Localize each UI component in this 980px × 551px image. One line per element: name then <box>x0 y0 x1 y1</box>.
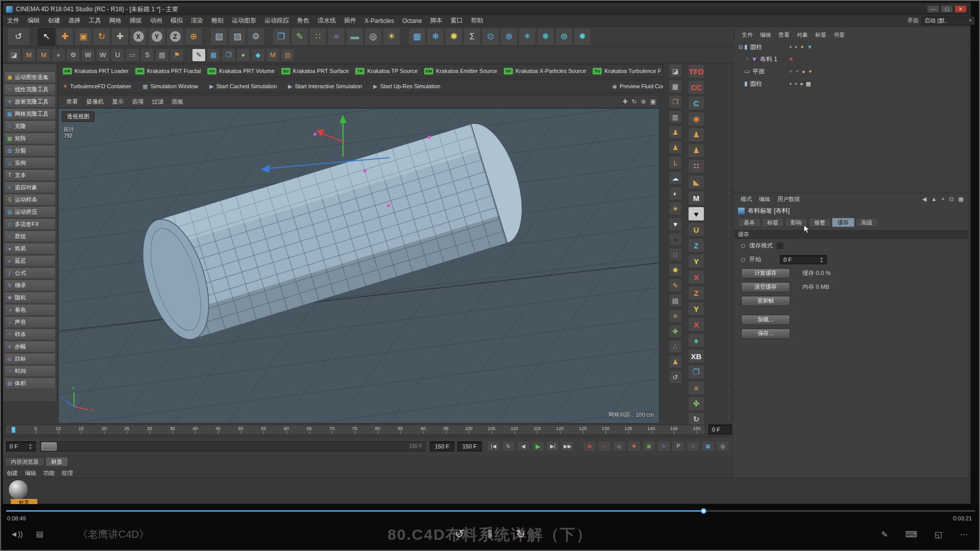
mograph-palette-item[interactable]: ●简易 <box>4 243 56 255</box>
pause-button[interactable]: ‖ <box>482 527 498 542</box>
tab-标签[interactable]: 标签 <box>762 218 784 227</box>
back-icon[interactable]: ◀ <box>922 196 926 203</box>
tab-基本[interactable]: 基本 <box>738 218 761 227</box>
mograph-palette-item[interactable]: △实例 <box>4 157 56 169</box>
screen-icon[interactable]: ▦ <box>207 48 220 62</box>
particle-icon[interactable]: ⊛ <box>500 28 518 45</box>
reset-icon[interactable]: ↺ <box>669 370 682 384</box>
ruler-frame-field[interactable]: 0 F <box>708 424 732 435</box>
viewport[interactable]: XYZ 透视视图 应计 792 网格间距 : 100 cm <box>58 108 659 423</box>
attribute-menu-item[interactable]: 用户数据 <box>774 193 803 205</box>
magic-solo-icon[interactable]: M <box>37 48 51 62</box>
display-panel-icon[interactable]: ▦ <box>408 28 426 45</box>
mograph-palette-item[interactable]: ✱随机 <box>4 292 56 304</box>
tree-plugin-icon[interactable]: ♠ <box>688 333 704 347</box>
magic-orange-icon[interactable]: M <box>266 48 280 62</box>
x-plugin-icon[interactable]: X <box>688 270 704 284</box>
title-bar[interactable]: CINEMA 4D R18.041 Studio (RC - R18) - [未… <box>3 3 970 15</box>
object-manager-menu-item[interactable]: 查看 <box>775 30 793 40</box>
visibility-dot-icon[interactable]: ● <box>789 81 792 86</box>
visibility-dot-icon[interactable]: ✔ <box>789 69 793 74</box>
sphere-green-icon[interactable]: ● <box>236 48 250 62</box>
menubar-item[interactable]: 雕刻 <box>207 15 228 26</box>
tab-高级[interactable]: 高级 <box>855 218 878 227</box>
wood-cube-icon[interactable]: ❒ <box>669 95 682 108</box>
menubar-item[interactable]: X-Particles <box>360 15 398 26</box>
attribute-menu-item[interactable]: 编辑 <box>755 193 774 205</box>
krakatoa-toolbar-item[interactable]: SUKrakatoa PRT Surface <box>281 68 349 74</box>
search-icon[interactable]: ⌖ <box>941 196 944 203</box>
mograph-palette-item[interactable]: ♪声音 <box>4 316 56 328</box>
krakatoa-toolbar-item[interactable]: EMKrakatoa Emitter Source <box>424 68 497 74</box>
menubar-item[interactable]: 捕捉 <box>126 15 146 26</box>
keyframe-selection-button[interactable]: ◇ <box>612 441 626 452</box>
object-row[interactable]: └▼布料 1✖ <box>734 53 968 65</box>
solo-mode-icon[interactable]: ▦ <box>701 441 715 452</box>
turbulencefd-toolbar-item[interactable]: ▶Start Up-Res Simulation <box>373 83 440 90</box>
xparticles-2-icon[interactable]: ❅ <box>537 28 554 45</box>
update-frame-button[interactable]: 更新帧 <box>741 296 790 306</box>
close-button[interactable]: ✕ <box>954 5 967 13</box>
start-frame-field[interactable]: 0 F ▲▼ <box>780 255 827 264</box>
cache-section-header[interactable]: 缓存 <box>734 230 968 239</box>
sculpt-knife-icon[interactable]: ◪ <box>669 64 682 78</box>
more-icon[interactable]: ⋯ <box>960 530 968 539</box>
pen-active-icon[interactable]: ✎ <box>192 48 206 62</box>
mograph-palette-item[interactable]: ∷克隆 <box>4 120 56 132</box>
m-plugin-icon[interactable]: M <box>688 191 704 205</box>
stamp-icon[interactable]: ▤ <box>669 294 682 307</box>
object-row[interactable]: ▮圆柱●●●▦ <box>734 78 968 90</box>
mograph-palette-item[interactable]: ∷线性克隆工具 <box>4 84 56 95</box>
record-scale-toggle[interactable]: ▣ <box>642 441 655 452</box>
menubar-item[interactable]: Octane <box>398 15 426 26</box>
record-keyframe-button[interactable]: ◉ <box>583 441 596 452</box>
layout-select[interactable]: 启动 (默..▼ <box>922 16 975 25</box>
menubar-item[interactable]: 编辑 <box>23 15 44 26</box>
object-row[interactable]: ▭平面✔✔●✦ <box>734 65 968 78</box>
viewport-view-label[interactable]: 透视视图 <box>62 111 94 122</box>
visibility-dot-icon[interactable]: ✖ <box>789 57 793 62</box>
progress-bar[interactable] <box>6 510 975 512</box>
leaf-plugin-icon[interactable]: ✤ <box>688 396 704 411</box>
rewind-10-button[interactable]: ↺10 <box>452 527 467 542</box>
viewport-menu-item[interactable]: 摄像机 <box>83 95 108 108</box>
goto-end-button[interactable]: ▶▶ <box>561 441 574 452</box>
visibility-dot-icon[interactable]: ● <box>789 44 792 49</box>
tag-icon[interactable]: ✦ <box>800 44 804 51</box>
primitive-cube-icon[interactable]: ❒ <box>273 28 290 45</box>
spline-pen-icon[interactable]: ✎ <box>291 28 308 45</box>
z2-plugin-icon[interactable]: Z <box>688 286 704 300</box>
panel-divider[interactable] <box>728 64 729 421</box>
pan-view-icon[interactable]: ✚ <box>622 98 627 105</box>
material-thumbnail[interactable]: 材质 <box>8 480 29 500</box>
rotate-tool-icon[interactable]: ↻ <box>93 28 110 45</box>
maximize-button[interactable]: ▢ <box>941 5 953 13</box>
prev-frame-button[interactable]: ◀ <box>517 441 530 452</box>
menubar-item[interactable]: 模拟 <box>166 15 187 26</box>
material-menu-item[interactable]: 功能 <box>40 468 58 478</box>
tab-缓存[interactable]: 缓存 <box>832 218 854 227</box>
scale-tool-icon[interactable]: ▣ <box>75 28 92 45</box>
object-manager-menu-item[interactable]: 文件 <box>738 30 756 40</box>
dark-circle-icon[interactable]: ● <box>669 233 682 246</box>
object-manager-menu-item[interactable]: 书签 <box>830 30 848 40</box>
cube-blue-icon[interactable]: ❒ <box>222 48 235 62</box>
flag-icon[interactable]: ⚑ <box>170 48 184 62</box>
current-frame-field[interactable]: 0 F ▲▼ <box>6 441 36 452</box>
figure-a-icon[interactable]: ♟ <box>669 126 682 139</box>
y2-plugin-icon[interactable]: Y <box>688 302 704 316</box>
knife-icon[interactable]: ◪ <box>7 48 21 62</box>
mograph-palette-item[interactable]: ◑着色 <box>4 304 56 316</box>
mograph-palette-item[interactable]: ▦网格克隆工具 <box>4 108 56 120</box>
viewport-menu-item[interactable]: 查看 <box>63 95 82 108</box>
figure-b-icon[interactable]: ♟ <box>669 141 682 154</box>
axis-z-lock-icon[interactable]: Z <box>166 28 184 45</box>
play-button[interactable]: ▶ <box>531 441 545 452</box>
loop-button[interactable]: ↻ <box>502 441 515 452</box>
magic-merge-icon[interactable]: M <box>22 48 36 62</box>
goto-start-button[interactable]: |◀ <box>487 441 500 452</box>
range-end-field[interactable]: 150 F <box>430 441 454 452</box>
krakatoa-toolbar-item[interactable]: XPKrakatoa X-Particles Source <box>504 68 586 74</box>
stairs-plugin-icon[interactable]: ≡ <box>688 381 704 395</box>
grid-cube-icon[interactable]: ▦ <box>669 80 682 93</box>
